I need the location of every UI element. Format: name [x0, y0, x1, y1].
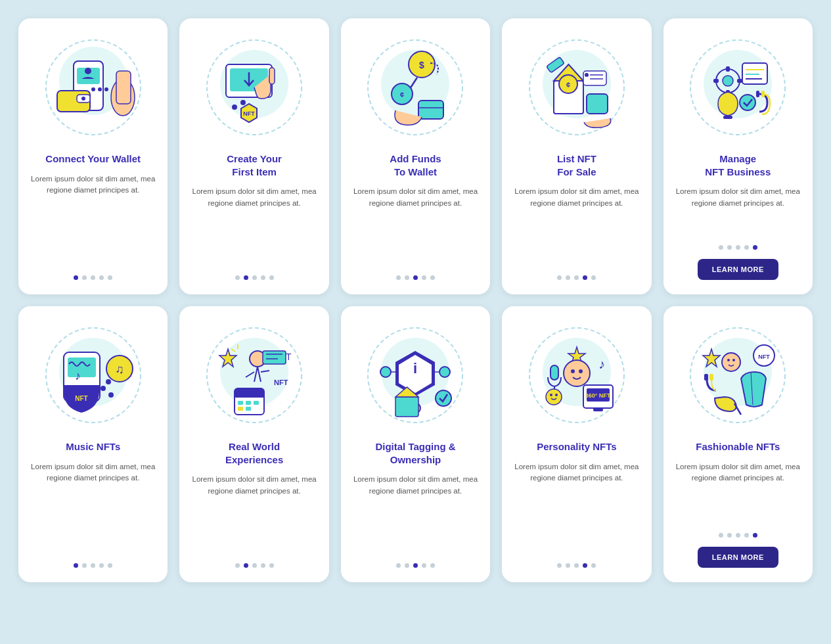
card-dots	[719, 533, 757, 538]
dot-3[interactable]	[574, 563, 579, 568]
learn-more-button-2[interactable]: LEARN MORE	[698, 547, 778, 568]
dot-4[interactable]	[744, 245, 749, 250]
card-add-funds: $ ¢ Add FundsTo Wallet Lorem ipsum dolor…	[341, 18, 490, 294]
illustration-fashionable-nft: NFT	[682, 319, 794, 431]
dot-5[interactable]	[430, 563, 435, 568]
dot-5[interactable]	[108, 275, 112, 280]
card-body: Lorem ipsum dolor sit dim amet, mea regi…	[674, 461, 802, 523]
svg-point-46	[723, 76, 733, 86]
dot-1[interactable]	[396, 563, 401, 568]
svg-point-4	[85, 68, 91, 74]
svg-rect-114	[593, 408, 603, 411]
dot-4[interactable]	[744, 533, 749, 538]
svg-text:♪: ♪	[598, 357, 605, 371]
dot-3[interactable]	[252, 563, 257, 568]
dot-2[interactable]	[727, 245, 732, 250]
dot-4[interactable]	[99, 275, 104, 280]
dot-5[interactable]	[753, 533, 757, 538]
svg-rect-9	[116, 71, 131, 104]
dot-4[interactable]	[583, 275, 587, 280]
dot-3[interactable]	[91, 563, 95, 568]
dot-2[interactable]	[244, 275, 248, 280]
svg-point-10	[91, 87, 95, 91]
svg-rect-56	[756, 91, 759, 97]
dot-2[interactable]	[244, 563, 248, 568]
dot-3[interactable]	[574, 275, 579, 280]
dot-2[interactable]	[566, 275, 570, 280]
dot-3[interactable]	[91, 275, 95, 280]
dot-1[interactable]	[719, 533, 723, 538]
svg-point-106	[564, 360, 590, 386]
svg-rect-41	[587, 94, 608, 114]
svg-rect-50	[737, 79, 742, 83]
svg-point-68	[108, 392, 114, 398]
card-real-world: T NFT Real WorldExperiences Lorem ipsum …	[179, 306, 328, 582]
svg-rect-81	[238, 401, 243, 405]
card-body: Lorem ipsum dolor sit dim amet, mea regi…	[29, 173, 157, 265]
dot-2[interactable]	[405, 563, 409, 568]
learn-more-button[interactable]: LEARN MORE	[698, 259, 778, 280]
card-title: Personality NFTs	[537, 440, 616, 453]
card-body: Lorem ipsum dolor sit dim amet, mea regi…	[29, 461, 157, 553]
card-body: Lorem ipsum dolor sit dim amet, mea regi…	[512, 461, 640, 553]
card-body: Lorem ipsum dolor sit dim amet, mea regi…	[351, 186, 480, 265]
svg-point-67	[101, 386, 106, 391]
dot-4[interactable]	[261, 563, 265, 568]
svg-point-116	[546, 389, 562, 405]
dot-5[interactable]	[430, 275, 435, 280]
dot-3[interactable]	[252, 275, 257, 280]
svg-text:¢: ¢	[400, 91, 404, 99]
dot-1[interactable]	[74, 275, 78, 280]
card-dots	[74, 563, 112, 568]
dot-1[interactable]	[557, 275, 562, 280]
dot-2[interactable]	[82, 275, 87, 280]
dot-5[interactable]	[591, 563, 596, 568]
dot-3[interactable]	[736, 245, 740, 250]
svg-text:NFT: NFT	[274, 379, 288, 386]
svg-point-94	[380, 367, 391, 377]
dot-1[interactable]	[74, 563, 78, 568]
svg-rect-100	[395, 397, 418, 417]
svg-rect-82	[246, 401, 251, 405]
dot-3[interactable]	[413, 563, 418, 568]
svg-text:360° NFT: 360° NFT	[585, 392, 611, 399]
svg-text:NFT: NFT	[75, 395, 87, 402]
illustration-manage-nft	[682, 32, 794, 143]
dot-5[interactable]	[108, 563, 112, 568]
dot-5[interactable]	[753, 245, 757, 250]
svg-point-124	[722, 353, 740, 371]
illustration-list-nft: ¢	[521, 32, 633, 143]
dot-5[interactable]	[269, 275, 274, 280]
illustration-connect-wallet	[37, 32, 149, 143]
dot-1[interactable]	[719, 245, 723, 250]
dot-4[interactable]	[422, 275, 426, 280]
svg-point-22	[240, 100, 246, 105]
svg-text:¢: ¢	[566, 81, 570, 89]
dot-4[interactable]	[261, 275, 265, 280]
card-title: Connect Your Wallet	[45, 152, 141, 166]
svg-rect-83	[254, 401, 259, 405]
dot-5[interactable]	[591, 275, 596, 280]
dot-3[interactable]	[736, 533, 740, 538]
card-dots	[557, 563, 596, 568]
dot-1[interactable]	[235, 275, 240, 280]
dot-1[interactable]	[396, 275, 401, 280]
dot-4[interactable]	[583, 563, 587, 568]
svg-point-126	[732, 359, 735, 361]
dot-2[interactable]	[405, 275, 409, 280]
svg-text:♪: ♪	[75, 369, 81, 382]
dot-1[interactable]	[235, 563, 240, 568]
dot-2[interactable]	[727, 533, 732, 538]
card-dots	[396, 563, 435, 568]
dot-2[interactable]	[82, 563, 87, 568]
dot-3[interactable]	[413, 275, 418, 280]
illustration-real-world: T NFT	[198, 319, 310, 431]
dot-1[interactable]	[557, 563, 562, 568]
svg-text:i: i	[413, 360, 417, 377]
illustration-create-first-item: NFT	[198, 32, 310, 143]
dot-2[interactable]	[566, 563, 570, 568]
dot-4[interactable]	[99, 563, 104, 568]
dot-5[interactable]	[269, 563, 274, 568]
dot-4[interactable]	[422, 563, 426, 568]
card-music-nft: ♪ NFT ♫ Music NFTs Lorem ipsum dolor sit…	[18, 306, 168, 582]
